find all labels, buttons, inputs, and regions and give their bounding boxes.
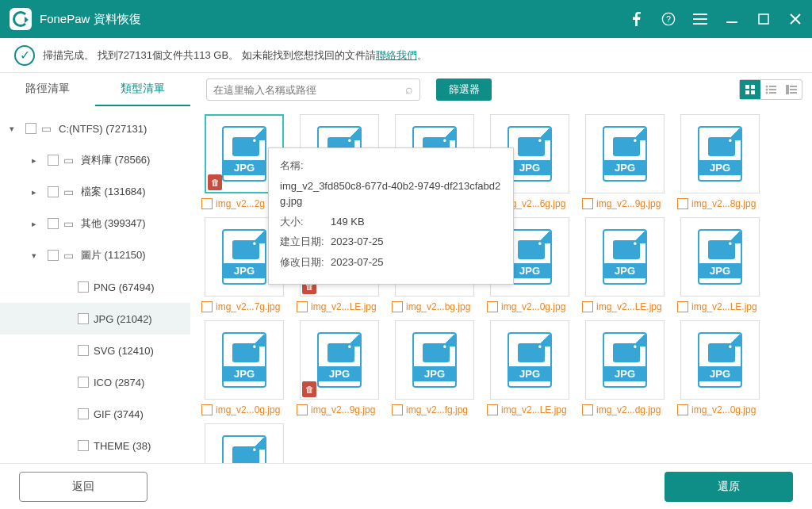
chevron-down-icon[interactable]: ▾ [10, 124, 21, 134]
trash-icon: 🗑 [302, 381, 316, 397]
checkbox[interactable] [487, 301, 498, 312]
file-thumb[interactable]: JPGimg_v2...LE.jpg [582, 217, 668, 312]
file-grid: 名稱: img_v2_3fd850c8-677d-40b2-9749-df213… [190, 106, 812, 463]
tab-type[interactable]: 類型清單 [95, 73, 190, 106]
tt-name-label: 名稱: [280, 158, 331, 174]
svg-point-7 [766, 86, 768, 88]
chevron-down-icon[interactable]: ▾ [32, 251, 43, 261]
tree-item[interactable]: ICO (2874) [0, 366, 190, 398]
checkbox[interactable] [582, 301, 593, 312]
file-thumb[interactable]: JPGimg_v2...9g.jpg [582, 114, 668, 209]
recover-button[interactable]: 還原 [665, 472, 793, 502]
checkbox[interactable] [48, 186, 59, 197]
back-button[interactable]: 返回 [19, 472, 147, 502]
file-thumb[interactable]: JPGimg_v2...0g.jpg [677, 320, 763, 415]
chevron-right-icon[interactable]: ▸ [32, 155, 43, 166]
tree-label: 其他 (399347) [81, 216, 146, 231]
checkbox[interactable] [78, 281, 89, 293]
file-thumb[interactable]: JPGimg_v2...8g.jpg [677, 114, 763, 209]
checkbox[interactable] [392, 404, 403, 415]
tab-path[interactable]: 路徑清單 [0, 73, 95, 106]
checkbox[interactable] [25, 123, 36, 134]
file-thumb[interactable]: JPGimg_v2...LE.jpg [487, 320, 573, 415]
checkbox[interactable] [78, 345, 89, 356]
checkbox[interactable] [677, 198, 688, 209]
checkbox[interactable] [48, 250, 59, 261]
file-name: img_v2...9g.jpg [596, 198, 668, 209]
search-icon[interactable]: ⌕ [405, 82, 413, 97]
search-box[interactable]: ⌕ [206, 78, 420, 101]
tree-item[interactable]: ▾▭C:(NTFS) (727131) [0, 113, 190, 144]
checkbox[interactable] [297, 301, 308, 312]
view-list-icon[interactable] [760, 80, 781, 99]
view-grid-icon[interactable] [740, 80, 760, 99]
view-detail-icon[interactable] [781, 80, 802, 99]
tree-label: C:(NTFS) (727131) [59, 123, 147, 135]
svg-point-11 [766, 92, 768, 94]
minimize-icon[interactable] [725, 12, 739, 26]
tree-item[interactable]: PNG (67494) [0, 271, 190, 303]
svg-rect-6 [751, 90, 755, 94]
tree-item[interactable]: ▸▭檔案 (131684) [0, 176, 190, 208]
checkbox[interactable] [201, 301, 213, 312]
status-bar: ✓ 掃描完成。 找到727131個文件共113 GB。 如未能找到您想找回的文件… [0, 38, 812, 73]
file-name: img_v2...bg.jpg [406, 301, 477, 312]
tree-label: PNG (67494) [94, 281, 155, 293]
chevron-right-icon[interactable]: ▸ [32, 187, 43, 197]
tt-created-label: 建立日期: [280, 234, 331, 250]
trash-icon: 🗑 [208, 174, 222, 190]
checkbox[interactable] [78, 440, 89, 451]
checkbox[interactable] [201, 404, 213, 415]
tree-label: JPG (21042) [94, 313, 152, 325]
checkbox[interactable] [297, 404, 308, 415]
checkbox[interactable] [677, 404, 688, 415]
contact-link[interactable]: 聯絡我們 [376, 48, 417, 63]
checkbox[interactable] [582, 404, 593, 415]
checkbox[interactable] [201, 198, 213, 209]
file-thumb[interactable]: JPGimg_v2...LE.jpg [677, 217, 763, 312]
tree-item[interactable]: ▾▭圖片 (112150) [0, 239, 190, 271]
search-input[interactable] [213, 84, 405, 96]
checkbox[interactable] [48, 218, 59, 229]
svg-rect-2 [759, 14, 768, 24]
tt-size: 149 KB [331, 214, 502, 230]
checkbox[interactable] [392, 301, 403, 312]
tree-item[interactable]: ▸▭其他 (399347) [0, 208, 190, 239]
checkbox[interactable] [78, 313, 89, 324]
file-thumb[interactable]: JPG🗑img_v2...9g.jpg [297, 320, 382, 415]
tree-item[interactable]: JPG (21042) [0, 303, 190, 335]
tt-size-label: 大小: [280, 214, 331, 230]
checkbox[interactable] [677, 301, 688, 312]
maximize-icon[interactable] [756, 12, 771, 26]
checkbox[interactable] [78, 377, 89, 388]
checkbox[interactable] [48, 155, 59, 166]
file-thumb[interactable]: JPGimg_v2...LE.jpg [201, 423, 287, 463]
file-thumb[interactable]: JPGimg_v2...fg.jpg [392, 320, 477, 415]
filter-button[interactable]: 篩選器 [436, 78, 492, 101]
titlebar: FonePaw 資料恢復 ? [0, 0, 812, 38]
view-toggle [739, 79, 802, 100]
tt-created: 2023-07-25 [331, 234, 502, 250]
checkbox[interactable] [487, 404, 498, 415]
tree-item[interactable]: ▸▭資料庫 (78566) [0, 144, 190, 176]
facebook-icon[interactable] [630, 12, 644, 26]
close-icon[interactable] [788, 12, 802, 26]
chevron-right-icon[interactable]: ▸ [32, 219, 43, 229]
checkbox[interactable] [78, 408, 89, 419]
menu-icon[interactable] [693, 12, 707, 26]
toolbar: 路徑清單 類型清單 ⌕ 篩選器 [0, 73, 812, 106]
checkbox[interactable] [582, 198, 593, 209]
help-icon[interactable]: ? [661, 12, 676, 26]
file-thumb[interactable]: JPGimg_v2...0g.jpg [201, 320, 287, 415]
tree-item[interactable]: THEME (38) [0, 430, 190, 461]
folder-icon: ▭ [63, 217, 76, 230]
file-thumb[interactable]: JPGimg_v2...dg.jpg [582, 320, 668, 415]
tree-item[interactable]: GIF (3744) [0, 398, 190, 430]
file-name: img_v2...0g.jpg [501, 301, 573, 312]
tree-item[interactable]: SVG (12410) [0, 335, 190, 366]
sidebar-tree: ▾▭C:(NTFS) (727131)▸▭資料庫 (78566)▸▭檔案 (13… [0, 106, 190, 463]
file-name: img_v2...dg.jpg [596, 404, 668, 415]
svg-text:?: ? [666, 14, 671, 24]
svg-rect-12 [769, 92, 776, 94]
db-icon: ▭ [63, 154, 76, 166]
